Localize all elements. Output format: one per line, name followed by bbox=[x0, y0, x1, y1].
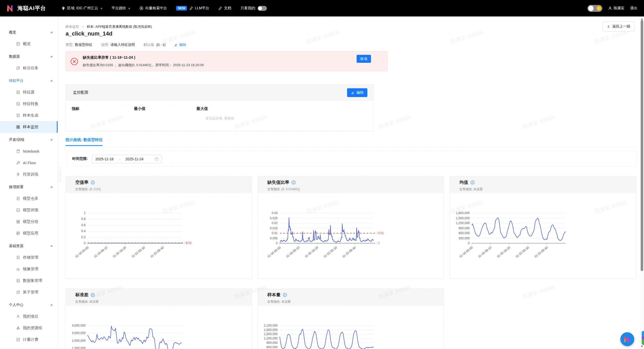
sidebar-collapse-handle[interactable]: ‹ bbox=[58, 167, 61, 182]
sidebar-item-样本生成[interactable]: 样本生成 bbox=[0, 110, 58, 121]
back-button[interactable]: 返回上一级 bbox=[603, 22, 634, 31]
sidebar-item-特征源[interactable]: 特征源 bbox=[0, 86, 58, 98]
chart-card-缺失值比率: 缺失值比率 告警阈值: (0, 0.014401] 00.0050.010.01… bbox=[258, 176, 444, 279]
sidebar-item-标注任务[interactable]: 标注任务 bbox=[0, 62, 58, 74]
info-circle-icon[interactable] bbox=[292, 180, 296, 185]
svg-text:900,000: 900,000 bbox=[459, 226, 470, 230]
link-icon bbox=[218, 6, 222, 10]
sidebar-item-模型应用[interactable]: 模型应用 bbox=[0, 228, 58, 239]
sidebar-item-计量计费[interactable]: 计量计费 bbox=[0, 334, 58, 345]
svg-text:11-20 16:20: 11-20 16:20 bbox=[112, 246, 127, 258]
sidebar-item-样本监控[interactable]: 样本监控 bbox=[0, 121, 58, 133]
svg-text:600,000: 600,000 bbox=[267, 345, 278, 349]
region-selector[interactable]: 区域: IDC-广州汇云 ∨ bbox=[61, 6, 102, 11]
brand-logo-icon bbox=[7, 4, 14, 12]
scrollbar[interactable] bbox=[640, 16, 644, 349]
sidebar-item-托管训练[interactable]: 托管训练 bbox=[0, 169, 58, 180]
sidebar-item-AI Flow[interactable]: AI Flow bbox=[0, 157, 58, 169]
svg-text:2,100,000: 2,100,000 bbox=[264, 324, 278, 327]
arrow-right-icon: → bbox=[118, 157, 121, 161]
platform-jump-menu[interactable]: 平台跳转∨ bbox=[112, 6, 130, 11]
top-navbar: 海聪AI平台 区域: IDC-广州汇云 ∨ 平台跳转∨ 向量检索中台 NEW L… bbox=[0, 0, 644, 16]
theme-toggle[interactable] bbox=[587, 5, 602, 12]
chart-title: 均值 bbox=[459, 179, 468, 185]
edit-feature-link[interactable]: 编辑 bbox=[174, 42, 186, 47]
user-menu[interactable]: 陈康富 bbox=[608, 6, 624, 11]
info-circle-icon[interactable] bbox=[91, 180, 95, 185]
sidebar-item-我的项目[interactable]: 我的项目 bbox=[0, 311, 58, 322]
llm-platform-link[interactable]: NEW LLM平台 bbox=[176, 6, 209, 11]
breadcrumb: 样本监控 > 样本: APP端首页直播离线数据 (取消负采样) bbox=[66, 24, 152, 29]
docs-link[interactable]: 文档 bbox=[218, 6, 231, 11]
svg-text:: 0: : 0 bbox=[376, 241, 380, 245]
info-circle-icon[interactable] bbox=[91, 293, 95, 297]
model-group-icon bbox=[16, 220, 20, 224]
sidebar-group-个人中心[interactable]: 个人中心∧ bbox=[0, 299, 58, 311]
assistant-float-button[interactable] bbox=[620, 332, 634, 346]
sidebar-group-概览[interactable]: 概览∧ bbox=[0, 27, 58, 38]
sidebar-group-推理部署[interactable]: 推理部署∧ bbox=[0, 181, 58, 193]
line-chart: 0300,000600,000900,0001,200,0001,500,000… bbox=[450, 194, 636, 272]
sidebar-group-开发/训练[interactable]: 开发/训练∧ bbox=[0, 134, 58, 145]
monitor-column-header: 指标 bbox=[66, 106, 134, 111]
logout-link[interactable]: 退出 bbox=[630, 6, 637, 11]
time-range-panel: 时间范围: 2025-11-18 → 2025-11-24 bbox=[66, 151, 636, 167]
pencil-icon bbox=[351, 91, 355, 94]
svg-text:3,000,000: 3,000,000 bbox=[72, 331, 86, 335]
svg-text:600,000: 600,000 bbox=[459, 231, 470, 235]
person-icon bbox=[608, 6, 612, 10]
sidebar-group-基础资源[interactable]: 基础资源∧ bbox=[0, 240, 58, 252]
chart-threshold-subtitle: 告警阈值: 未设置 bbox=[459, 187, 636, 191]
sidebar-item-模型仓库[interactable]: 模型仓库 bbox=[0, 193, 58, 204]
svg-text:1,800,000: 1,800,000 bbox=[456, 211, 470, 215]
date-range-picker[interactable]: 2025-11-18 → 2025-11-24 bbox=[92, 155, 162, 163]
breadcrumb-root[interactable]: 样本监控 bbox=[66, 25, 79, 29]
page-title: a_click_num_14d bbox=[66, 30, 112, 37]
scroll-up-arrow-icon bbox=[641, 17, 643, 20]
vector-search-link[interactable]: 向量检索中台 bbox=[139, 6, 167, 11]
monitor-edit-button[interactable]: 编辑 bbox=[347, 88, 367, 97]
sidebar-item-存储管理[interactable]: 存储管理 bbox=[0, 252, 58, 263]
feature-transform-icon bbox=[16, 102, 20, 106]
only-mine-toggle[interactable] bbox=[258, 6, 267, 11]
svg-text:1,000,000: 1,000,000 bbox=[72, 346, 86, 349]
meta-field: 默认值:[0, -1] bbox=[144, 42, 166, 47]
svg-text:11-22 00:30: 11-22 00:30 bbox=[323, 246, 338, 258]
chart-threshold-subtitle: 告警阈值: (0, 0.01] bbox=[75, 187, 252, 191]
chevron-up-icon: ∧ bbox=[50, 31, 53, 34]
chart-card-均值: 均值 告警阈值: 未设置 0300,000600,000900,0001,200… bbox=[450, 176, 636, 279]
sidebar-item-数据集管理[interactable]: 数据集管理 bbox=[0, 275, 58, 286]
storage-icon bbox=[16, 255, 20, 260]
side-dock-widget[interactable] bbox=[642, 331, 644, 345]
chart-card-样本量: 样本量 告警阈值: 未设置 0300,000600,000900,0001,20… bbox=[258, 289, 444, 349]
brand[interactable]: 海聪AI平台 bbox=[7, 4, 46, 12]
sidebar-item-模型评测[interactable]: 模型评测 bbox=[0, 204, 58, 216]
chart-threshold-subtitle: 告警阈值: (0, 0.014401] bbox=[267, 187, 444, 191]
sidebar-item-概览[interactable]: 概览 bbox=[0, 38, 58, 50]
sidebar-item-镜像管理[interactable]: 镜像管理 bbox=[0, 263, 58, 275]
info-circle-icon[interactable] bbox=[470, 180, 475, 185]
scrollbar-thumb bbox=[641, 20, 643, 271]
sidebar-item-模型分组[interactable]: 模型分组 bbox=[0, 216, 58, 228]
sidebar-item-特征转换[interactable]: 特征转换 bbox=[0, 98, 58, 110]
sidebar-group-数据源[interactable]: 数据源∧ bbox=[0, 51, 58, 62]
svg-text:0: 0 bbox=[84, 241, 86, 245]
info-circle-icon[interactable] bbox=[283, 293, 287, 297]
calendar-icon bbox=[155, 157, 159, 161]
sidebar: 概览∧概览数据源∧标注任务特征平台∧特征源特征转换样本生成样本监控开发/训练∧N… bbox=[0, 16, 58, 349]
tab-statistic-curve[interactable]: 统计曲线: 数值型特征 bbox=[66, 137, 103, 146]
chart-threshold-subtitle: 告警阈值: 未设置 bbox=[75, 300, 252, 304]
notebook-icon bbox=[16, 149, 20, 153]
sidebar-item-Notebook[interactable]: Notebook bbox=[0, 145, 58, 157]
claim-button[interactable]: 领 取 bbox=[357, 55, 371, 63]
svg-text:1,200,000: 1,200,000 bbox=[456, 221, 470, 225]
svg-text:0.02: 0.02 bbox=[272, 221, 278, 225]
sidebar-group-特征平台[interactable]: 特征平台∧ bbox=[0, 75, 58, 86]
svg-text:11-23 08:40: 11-23 08:40 bbox=[533, 246, 549, 258]
assistant-logo-icon bbox=[623, 335, 631, 343]
chart-title: 标准差 bbox=[75, 292, 88, 298]
svg-text:1,200,000: 1,200,000 bbox=[264, 337, 278, 340]
line-chart: 0300,000600,000900,0001,200,0001,500,000… bbox=[258, 307, 444, 349]
sidebar-item-我的资源组[interactable]: 我的资源组 bbox=[0, 322, 58, 334]
sidebar-item-算子管理[interactable]: 算子管理 bbox=[0, 286, 58, 298]
